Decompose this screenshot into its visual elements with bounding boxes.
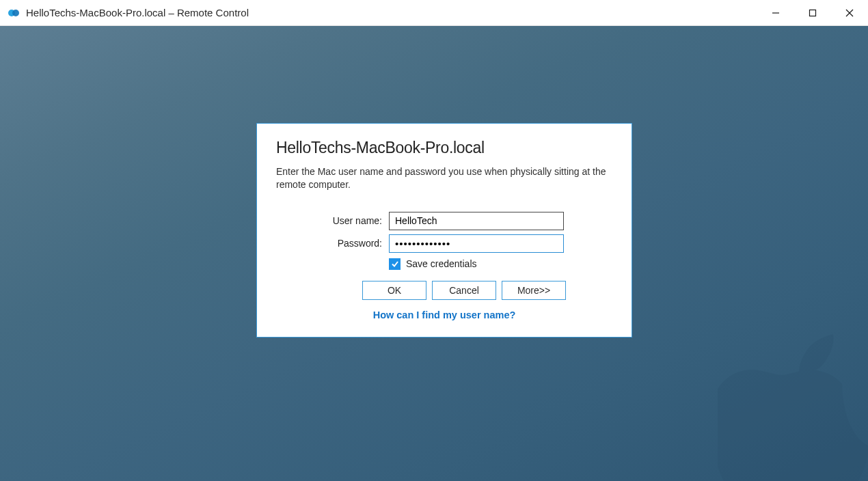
more-button[interactable]: More>> xyxy=(502,281,566,300)
maximize-button[interactable] xyxy=(794,0,831,26)
window-title: HelloTechs-MacBook-Pro.local – Remote Co… xyxy=(26,7,249,18)
save-credentials-checkbox[interactable] xyxy=(389,258,401,270)
auth-dialog: HelloTechs-MacBook-Pro.local Enter the M… xyxy=(256,123,632,338)
window-titlebar: HelloTechs-MacBook-Pro.local – Remote Co… xyxy=(0,0,868,26)
password-input[interactable] xyxy=(389,234,564,253)
window-controls xyxy=(757,0,868,26)
help-link[interactable]: How can I find my user name? xyxy=(276,310,612,320)
check-icon xyxy=(391,260,399,268)
password-row: Password: xyxy=(276,234,612,253)
svg-point-1 xyxy=(12,10,19,16)
remote-desktop-background: HelloTechs-MacBook-Pro.local Enter the M… xyxy=(0,26,868,481)
dialog-description: Enter the Mac user name and password you… xyxy=(276,165,612,191)
cancel-button[interactable]: Cancel xyxy=(432,281,496,300)
username-input[interactable] xyxy=(389,212,564,230)
ok-button[interactable]: OK xyxy=(362,281,426,300)
username-row: User name: xyxy=(276,212,612,230)
svg-rect-3 xyxy=(810,10,816,16)
save-credentials-label: Save credentials xyxy=(406,258,477,269)
minimize-button[interactable] xyxy=(757,0,794,26)
dialog-button-row: OK Cancel More>> xyxy=(362,281,612,300)
dialog-title: HelloTechs-MacBook-Pro.local xyxy=(276,139,612,157)
apple-logo-watermark xyxy=(718,331,868,481)
username-label: User name: xyxy=(276,215,389,226)
close-button[interactable] xyxy=(831,0,868,26)
password-label: Password: xyxy=(276,238,389,249)
save-credentials-row: Save credentials xyxy=(389,258,612,270)
app-icon xyxy=(7,6,21,20)
